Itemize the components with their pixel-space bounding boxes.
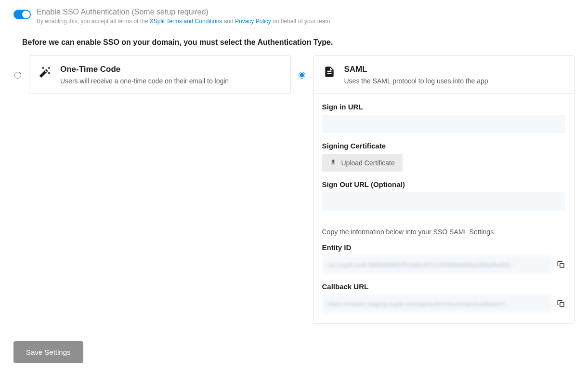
entity-id-value: urn:xsplit-auth:9df3d94942f524dfc467cc20…: [322, 255, 552, 274]
upload-certificate-button[interactable]: Upload Certificate: [322, 154, 403, 172]
svg-rect-0: [560, 264, 564, 268]
enable-sso-title: Enable SSO Authentication (Some setup re…: [37, 8, 330, 16]
subtitle-text-mid: and: [222, 18, 235, 25]
instruction-text: Before we can enable SSO on your domain,…: [22, 38, 575, 47]
signing-cert-label: Signing Certificate: [322, 142, 566, 150]
privacy-link[interactable]: Privacy Policy: [235, 18, 271, 25]
saml-card: SAML Uses the SAML protocol to log uses …: [313, 55, 575, 324]
one-time-code-title: One-Time Code: [60, 65, 229, 74]
upload-icon: [330, 159, 337, 167]
copy-callback-url-button[interactable]: [557, 299, 565, 308]
radio-saml[interactable]: [299, 72, 305, 79]
radio-one-time-code[interactable]: [14, 72, 21, 79]
enable-sso-subtitle: By enabling this, you accept all terms o…: [37, 18, 330, 25]
one-time-code-desc: Users will receive a one-time code on th…: [60, 77, 229, 85]
upload-certificate-label: Upload Certificate: [341, 159, 395, 167]
signout-url-label: Sign Out URL (Optional): [322, 180, 566, 188]
callback-url-value: https://master.staging.xsplit.com/api/au…: [322, 295, 552, 313]
subtitle-text-after: on behalf of your team: [271, 18, 330, 25]
terms-link[interactable]: XSplit Terms and Conditions: [150, 18, 222, 25]
save-settings-button[interactable]: Save Settings: [13, 341, 83, 363]
document-icon: [322, 65, 337, 79]
enable-sso-toggle[interactable]: [13, 10, 31, 19]
signin-url-input[interactable]: [322, 115, 566, 133]
magic-wand-icon: [38, 65, 52, 79]
one-time-code-card[interactable]: One-Time Code Users will receive a one-t…: [29, 55, 291, 94]
subtitle-text-before: By enabling this, you accept all terms o…: [37, 18, 150, 25]
callback-url-label: Callback URL: [322, 282, 566, 291]
signout-url-input[interactable]: [322, 192, 566, 211]
saml-title: SAML: [344, 65, 488, 74]
copy-instructions: Copy the information below into your SSO…: [322, 228, 566, 236]
svg-rect-1: [560, 303, 564, 307]
signin-url-label: Sign in URL: [322, 103, 566, 111]
copy-entity-id-button[interactable]: [557, 260, 565, 269]
saml-desc: Uses the SAML protocol to log uses into …: [344, 77, 488, 85]
entity-id-label: Entity ID: [322, 243, 566, 252]
